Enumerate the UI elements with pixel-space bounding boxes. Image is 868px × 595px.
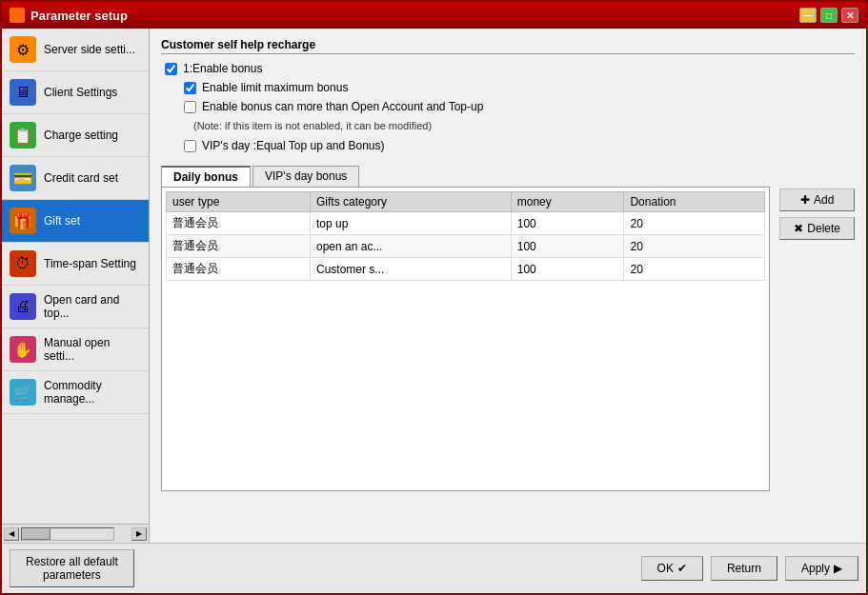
server-icon: ⚙ [10, 36, 36, 63]
sidebar-label-credit: Credit card set [44, 171, 118, 185]
enable-limit-checkbox[interactable] [184, 82, 196, 94]
sidebar-label-client: Client Settings [44, 86, 117, 99]
sidebar-item-manual[interactable]: ✋ Manual open setti... [2, 328, 149, 371]
bottom-right-buttons: OK ✔ Return Apply ▶ [641, 556, 858, 581]
scroll-right-button[interactable]: ▶ [131, 527, 147, 541]
tab-bar: Daily bonus VIP's day bonus [161, 166, 855, 187]
commodity-icon: 🛒 [10, 379, 36, 406]
sidebar-label-time: Time-span Setting [44, 257, 136, 270]
sidebar-item-charge[interactable]: 📋 Charge setting [2, 114, 149, 157]
window-controls: — □ ✕ [799, 8, 858, 23]
enable-bonus-checkbox[interactable] [165, 63, 177, 75]
app-icon [10, 8, 25, 23]
ok-button[interactable]: OK ✔ [641, 556, 703, 581]
table-cell-gifts_category: top up [311, 212, 512, 235]
window-title: Parameter setup [30, 9, 128, 23]
manual-icon: ✋ [10, 336, 36, 363]
add-button[interactable]: ✚ Add [779, 188, 855, 211]
maximize-button[interactable]: □ [820, 8, 838, 23]
return-button[interactable]: Return [711, 556, 777, 581]
enable-more-label: Enable bonus can more than Open Account … [202, 100, 483, 113]
apply-icon: ▶ [834, 562, 842, 575]
enable-bonus-label: 1:Enable bonus [183, 62, 262, 75]
scroll-thumb [22, 528, 50, 540]
delete-button[interactable]: ✖ Delete [779, 217, 855, 240]
return-label: Return [727, 562, 761, 575]
delete-icon: ✖ [794, 222, 803, 235]
minimize-button[interactable]: — [799, 8, 817, 23]
sidebar-label-charge: Charge setting [44, 129, 118, 142]
sidebar: ⚙ Server side setti... 🖥 Client Settings… [2, 29, 150, 543]
apply-label: Apply [801, 562, 830, 575]
apply-button[interactable]: Apply ▶ [785, 556, 858, 581]
sidebar-empty-space [2, 414, 149, 524]
table-row[interactable]: 普通会员open an ac...10020 [167, 235, 765, 258]
section-title: Customer self help recharge [161, 38, 855, 54]
sidebar-label-gift: Gift set [44, 214, 80, 228]
sidebar-item-client[interactable]: 🖥 Client Settings [2, 71, 149, 114]
enable-more-row: Enable bonus can more than Open Account … [184, 100, 855, 113]
gift-icon: 🎁 [10, 208, 36, 234]
tab-area: Daily bonus VIP's day bonus user type Gi… [161, 166, 855, 491]
sidebar-item-opencard[interactable]: 🖨 Open card and top... [2, 286, 149, 328]
time-icon: ⏱ [10, 250, 36, 277]
table-cell-money: 100 [511, 212, 624, 235]
sidebar-item-server[interactable]: ⚙ Server side setti... [2, 29, 149, 71]
add-label: Add [814, 193, 834, 207]
sidebar-label-commodity: Commodity manage... [44, 379, 141, 406]
sidebar-label-server: Server side setti... [44, 43, 135, 56]
main-panel: Customer self help recharge 1:Enable bon… [150, 29, 866, 543]
vip-day-row: VIP's day :Equal Top up and Bonus) [184, 139, 855, 152]
sidebar-item-credit[interactable]: 💳 Credit card set [2, 157, 149, 200]
sidebar-label-manual: Manual open setti... [44, 336, 141, 363]
col-header-money: money [511, 192, 624, 212]
note-text: (Note: if this item is not enabled, it c… [193, 119, 855, 133]
tab-daily[interactable]: Daily bonus [161, 166, 251, 187]
table-cell-user_type: 普通会员 [167, 235, 311, 258]
tab-vip[interactable]: VIP's day bonus [252, 166, 359, 187]
table-cell-user_type: 普通会员 [167, 258, 311, 281]
action-buttons: ✚ Add ✖ Delete [779, 187, 855, 491]
gifts-table: user type Gifts category money Donation … [166, 191, 765, 281]
enable-bonus-row: 1:Enable bonus [165, 62, 855, 75]
ok-label: OK [657, 562, 674, 575]
opencard-icon: 🖨 [10, 293, 36, 320]
table-cell-user_type: 普通会员 [167, 212, 311, 235]
tab-content: user type Gifts category money Donation … [161, 187, 770, 491]
tab-content-wrapper: user type Gifts category money Donation … [161, 187, 855, 491]
table-row[interactable]: 普通会员Customer s...10020 [167, 258, 765, 281]
col-header-donation: Donation [624, 192, 765, 212]
sidebar-item-gift[interactable]: 🎁 Gift set [2, 200, 149, 243]
sidebar-label-opencard: Open card and top... [44, 293, 141, 320]
close-button[interactable]: ✕ [841, 8, 858, 23]
vip-day-checkbox[interactable] [184, 140, 196, 152]
title-bar-left: Parameter setup [10, 8, 128, 23]
table-row[interactable]: 普通会员top up10020 [167, 212, 765, 235]
enable-limit-label: Enable limit maximum bonus [202, 81, 348, 94]
col-header-usertype: user type [167, 192, 311, 212]
table-cell-money: 100 [511, 235, 624, 258]
horizontal-scrollbar[interactable] [21, 527, 114, 541]
enable-limit-row: Enable limit maximum bonus [184, 81, 855, 94]
content-area: ⚙ Server side setti... 🖥 Client Settings… [2, 29, 866, 543]
sidebar-item-time[interactable]: ⏱ Time-span Setting [2, 243, 149, 286]
table-cell-gifts_category: open an ac... [311, 235, 512, 258]
credit-icon: 💳 [10, 165, 36, 191]
vip-day-label: VIP's day :Equal Top up and Bonus) [202, 139, 385, 152]
table-cell-donation: 20 [624, 212, 765, 235]
restore-defaults-button[interactable]: Restore all defaultparameters [10, 549, 134, 587]
sidebar-item-commodity[interactable]: 🛒 Commodity manage... [2, 371, 149, 414]
bottom-bar: Restore all defaultparameters OK ✔ Retur… [2, 543, 866, 593]
col-header-category: Gifts category [311, 192, 512, 212]
table-cell-donation: 20 [624, 235, 765, 258]
scroll-left-button[interactable]: ◀ [4, 527, 19, 541]
delete-label: Delete [807, 222, 840, 235]
client-icon: 🖥 [10, 79, 36, 106]
charge-icon: 📋 [10, 122, 36, 149]
main-window: Parameter setup — □ ✕ ⚙ Server side sett… [0, 0, 868, 595]
ok-icon: ✔ [677, 562, 687, 575]
table-cell-donation: 20 [624, 258, 765, 281]
table-cell-gifts_category: Customer s... [311, 258, 512, 281]
table-cell-money: 100 [511, 258, 624, 281]
enable-more-checkbox[interactable] [184, 101, 196, 113]
